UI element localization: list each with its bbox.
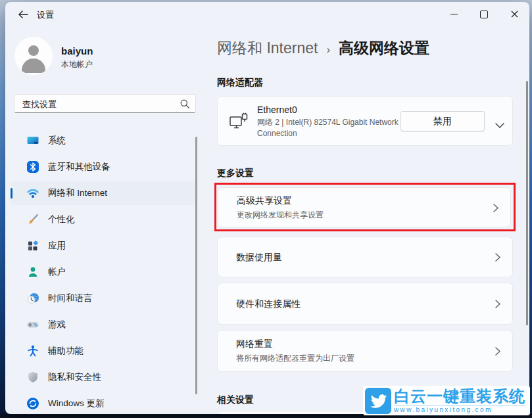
adapter-card-ethernet0: Ethernet0 网络 2 | Intel(R) 82574L Gigabit… (217, 96, 513, 146)
breadcrumb-parent[interactable]: 网络和 Internet (217, 38, 318, 58)
sidebar-item-label: 网络和 Internet (48, 187, 107, 199)
search-box[interactable] (14, 94, 196, 113)
bluetooth-icon (26, 160, 39, 174)
chevron-down-icon (495, 123, 504, 128)
desktop-background: 设置 baiyun 本地帐户 (0, 0, 532, 418)
card-title: 硬件和连接属性 (236, 298, 301, 310)
watermark-brand: 白云一键重装系统 (394, 388, 525, 404)
chevron-right-icon (495, 253, 500, 262)
window-controls (439, 2, 529, 26)
sidebar-item-label: 时间和语言 (48, 292, 93, 304)
privacy-icon (26, 371, 39, 384)
minimize-button[interactable] (439, 2, 469, 26)
apps-icon (26, 239, 39, 252)
adapter-name: Ethernet0 (257, 104, 297, 115)
annotation-red-box (214, 183, 516, 231)
card-data-usage[interactable]: 数据使用量 (217, 237, 513, 277)
sidebar-item-bluetooth[interactable]: 蓝牙和其他设备 (11, 155, 196, 179)
breadcrumb-separator: › (326, 43, 330, 57)
settings-window: 设置 baiyun 本地帐户 (5, 2, 529, 414)
page-title: 高级网络设置 (339, 38, 429, 58)
card-title: 网络重置 (236, 338, 273, 350)
sidebar-item-label: 辅助功能 (48, 345, 84, 357)
sidebar-scrollbar[interactable] (195, 137, 197, 394)
sidebar-item-label: Windows 更新 (48, 398, 105, 409)
search-icon (180, 99, 190, 109)
card-title: 数据使用量 (236, 252, 282, 264)
avatar-body (22, 58, 45, 73)
content-scrollbar[interactable] (526, 81, 528, 325)
user-name: baiyun (61, 45, 93, 57)
accessibility-icon (26, 344, 39, 358)
app-title: 设置 (37, 9, 54, 21)
sidebar-item-label: 帐户 (48, 266, 66, 278)
sidebar-item-personalization[interactable]: 个性化 (11, 208, 196, 231)
windows-update-icon (26, 397, 39, 410)
sidebar-nav: 系统 蓝牙和其他设备 网络和 Internet (11, 129, 196, 414)
adapter-expand-chevron[interactable] (494, 118, 506, 132)
sidebar-item-windows-update[interactable]: Windows 更新 (11, 392, 196, 414)
watermark-text: 白云一键重装系统 www.baiyunxitong.com (394, 388, 525, 413)
avatar[interactable] (14, 37, 53, 75)
sidebar-item-label: 蓝牙和其他设备 (48, 161, 110, 173)
back-arrow-icon (18, 11, 28, 18)
sidebar: baiyun 本地帐户 系统 (5, 26, 209, 414)
search-input[interactable] (21, 95, 175, 112)
sidebar-item-label: 游戏 (48, 319, 66, 331)
chevron-right-icon (495, 300, 500, 308)
sidebar-item-accessibility[interactable]: 辅助功能 (11, 339, 196, 363)
section-header-more-settings: 更多设置 (217, 168, 254, 179)
watermark-url: www.baiyunxitong.com (394, 405, 525, 413)
sidebar-item-label: 系统 (48, 135, 66, 147)
accounts-icon (26, 266, 39, 279)
sidebar-item-label: 隐私和安全性 (48, 371, 101, 383)
close-icon (511, 11, 518, 18)
card-network-reset[interactable]: 网络重置 将所有网络适配器重置为出厂设置 (217, 330, 513, 372)
watermark: 白云一键重装系统 www.baiyunxitong.com (363, 386, 530, 415)
sidebar-item-system[interactable]: 系统 (11, 129, 196, 152)
close-button[interactable] (499, 2, 529, 26)
section-header-network-adapters: 网络适配器 (217, 77, 263, 89)
card-subtitle: 将所有网络适配器重置为出厂设置 (236, 353, 354, 364)
sidebar-item-time-language[interactable]: 时间和语言 (11, 287, 196, 310)
user-account-type: 本地帐户 (61, 59, 93, 70)
disable-button[interactable]: 禁用 (400, 111, 485, 131)
sidebar-item-accounts[interactable]: 帐户 (11, 260, 196, 284)
maximize-icon (480, 11, 488, 18)
bird-icon (369, 393, 387, 409)
sidebar-item-label: 个性化 (48, 214, 75, 225)
main-content: 网络和 Internet › 高级网络设置 网络适配器 Ethernet0 网络… (217, 26, 520, 414)
card-hardware-connection-properties[interactable]: 硬件和连接属性 (217, 283, 513, 325)
minimize-icon (450, 14, 458, 14)
time-language-icon (26, 292, 39, 305)
system-icon (26, 134, 39, 147)
titlebar: 设置 (5, 2, 529, 26)
section-header-related-settings: 相关设置 (217, 394, 254, 406)
sidebar-item-gaming[interactable]: 游戏 (11, 313, 196, 337)
sidebar-item-label: 应用 (48, 240, 66, 252)
avatar-head (28, 45, 39, 56)
adapter-description: 网络 2 | Intel(R) 82574L Gigabit Network C… (257, 117, 405, 139)
ethernet-adapter-icon (229, 112, 249, 131)
gaming-icon (26, 318, 39, 331)
sidebar-item-network[interactable]: 网络和 Internet (11, 181, 196, 205)
watermark-bird-logo (365, 388, 391, 414)
breadcrumb: 网络和 Internet › 高级网络设置 (217, 38, 429, 58)
maximize-button[interactable] (469, 2, 499, 26)
sidebar-item-privacy[interactable]: 隐私和安全性 (11, 365, 196, 389)
network-icon (26, 187, 39, 200)
chevron-right-icon (495, 347, 500, 356)
personalization-icon (26, 213, 39, 226)
back-button[interactable] (12, 5, 34, 23)
sidebar-item-apps[interactable]: 应用 (11, 234, 196, 258)
